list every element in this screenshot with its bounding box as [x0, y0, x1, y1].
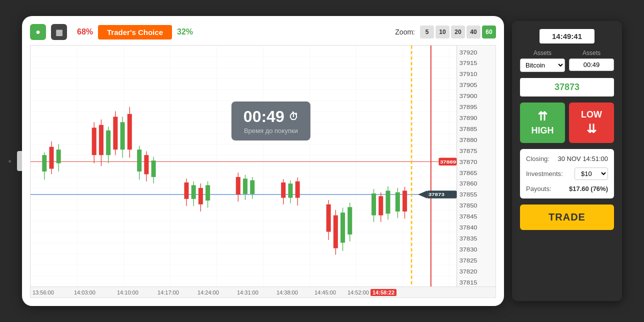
investments-row: Investments: $1 $5 $10 $25 $50 $100	[526, 168, 608, 180]
low-label: LOW	[581, 110, 602, 120]
closing-row: Closing: 30 NOV 14:51:00	[526, 155, 608, 162]
assets-row: Assets Bitcoin Ethereum Gold EUR/USD Ass…	[520, 50, 614, 72]
zoom-10[interactable]: 10	[436, 26, 450, 38]
assets-label-1: Assets	[520, 50, 565, 56]
zoom-label: Zoom:	[395, 28, 415, 36]
payouts-row: Payouts: $17.60 (76%)	[526, 185, 608, 192]
svg-text:37905: 37905	[460, 82, 478, 88]
svg-text:37875: 37875	[460, 148, 478, 154]
time-label-9: 14:52:00	[348, 290, 369, 296]
svg-text:37815: 37815	[460, 280, 478, 286]
assets-label-2: Assets	[569, 50, 614, 56]
high-arrow-icon: ⇈	[538, 110, 548, 124]
closing-label: Closing:	[526, 155, 550, 162]
assets-col-2: Assets	[569, 50, 614, 71]
timer-time: 00:49 ⏱	[244, 108, 298, 126]
time-label-2: 14:03:00	[74, 290, 96, 296]
zoom-20[interactable]: 20	[451, 26, 465, 38]
timer-overlay: 00:49 ⏱ Время до покупки	[232, 102, 310, 140]
trade-buttons: ⇈ HIGH LOW ⇊	[520, 102, 614, 143]
closing-value: 30 NOV 14:51:00	[558, 155, 608, 162]
zoom-60[interactable]: 60	[482, 26, 496, 38]
high-label: HIGH	[532, 126, 554, 136]
assets-col-1: Assets Bitcoin Ethereum Gold EUR/USD	[520, 50, 565, 72]
time-label-6: 14:31:00	[237, 290, 258, 296]
time-label-8: 14:45:00	[314, 290, 336, 296]
percent-right: 32%	[177, 28, 193, 36]
zoom-40[interactable]: 40	[466, 26, 480, 38]
time-display: 14:49:41	[540, 29, 594, 44]
chart-icon-1[interactable]: ●	[30, 24, 46, 40]
time-label-3: 14:10:00	[117, 290, 138, 296]
time-axis: 13:56:00 14:03:00 14:10:00 14:17:00 14:2…	[30, 286, 496, 298]
payouts-label: Payouts:	[526, 185, 552, 192]
investments-select[interactable]: $1 $5 $10 $25 $50 $100	[574, 168, 608, 180]
investments-label: Investments:	[526, 170, 563, 178]
chart-icon-2[interactable]: ▦	[51, 24, 67, 40]
svg-text:37873: 37873	[428, 192, 444, 197]
svg-text:37920: 37920	[460, 49, 478, 56]
low-arrow-icon: ⇊	[586, 122, 596, 136]
time-input[interactable]	[569, 58, 614, 71]
svg-rect-0	[30, 46, 457, 298]
svg-text:37870: 37870	[460, 159, 478, 166]
traders-choice-button[interactable]: Trader's Choice	[98, 25, 172, 40]
low-button[interactable]: LOW ⇊	[569, 102, 614, 143]
svg-text:37840: 37840	[460, 224, 478, 231]
svg-text:37820: 37820	[460, 268, 478, 275]
info-section: Closing: 30 NOV 14:51:00 Investments: $1…	[520, 149, 614, 198]
timer-clock-icon: ⏱	[288, 111, 298, 122]
svg-text:37915: 37915	[460, 60, 478, 66]
svg-text:37830: 37830	[460, 246, 478, 253]
svg-text:37895: 37895	[460, 104, 478, 110]
svg-text:37880: 37880	[460, 137, 478, 144]
svg-text:37900: 37900	[460, 93, 478, 100]
zoom-buttons: 5 10 20 40 60	[420, 26, 496, 38]
svg-text:37860: 37860	[460, 180, 478, 187]
svg-text:37910: 37910	[460, 71, 478, 78]
svg-text:37889: 37889	[440, 158, 456, 164]
price-display: 37873	[520, 78, 614, 96]
trade-button[interactable]: TRADE	[520, 204, 614, 230]
svg-text:37855: 37855	[460, 192, 478, 198]
time-label-active: 14:58:22	[370, 289, 396, 296]
high-button[interactable]: ⇈ HIGH	[520, 102, 565, 143]
chart-area: 37920 37915 37910 37905 37900 37895 3789…	[30, 45, 496, 298]
svg-text:37850: 37850	[460, 202, 478, 209]
time-label-7: 14:38:00	[276, 290, 298, 296]
chart-panel: ● ▦ 68% Trader's Choice 32% Zoom: 5 10 2…	[22, 16, 504, 306]
time-label-5: 14:24:00	[198, 290, 219, 296]
svg-text:37890: 37890	[460, 115, 478, 122]
zoom-5[interactable]: 5	[420, 26, 434, 38]
timer-label: Время до покупки	[244, 127, 298, 134]
asset-select[interactable]: Bitcoin Ethereum Gold EUR/USD	[520, 58, 565, 72]
time-label-4: 14:17:00	[158, 290, 179, 296]
svg-text:37885: 37885	[460, 126, 478, 132]
toolbar: ● ▦ 68% Trader's Choice 32% Zoom: 5 10 2…	[30, 24, 496, 40]
svg-text:37825: 37825	[460, 258, 478, 264]
svg-text:37835: 37835	[460, 236, 478, 242]
time-label-1: 13:56:00	[32, 290, 54, 296]
percent-left: 68%	[77, 28, 93, 36]
svg-text:37845: 37845	[460, 214, 478, 220]
payouts-value: $17.60 (76%)	[569, 185, 608, 192]
timer-value: 00:49	[244, 108, 284, 126]
right-panel: 14:49:41 Assets Bitcoin Ethereum Gold EU…	[512, 21, 622, 301]
candlestick-chart: 37920 37915 37910 37905 37900 37895 3789…	[30, 46, 496, 298]
svg-text:37865: 37865	[460, 170, 478, 176]
